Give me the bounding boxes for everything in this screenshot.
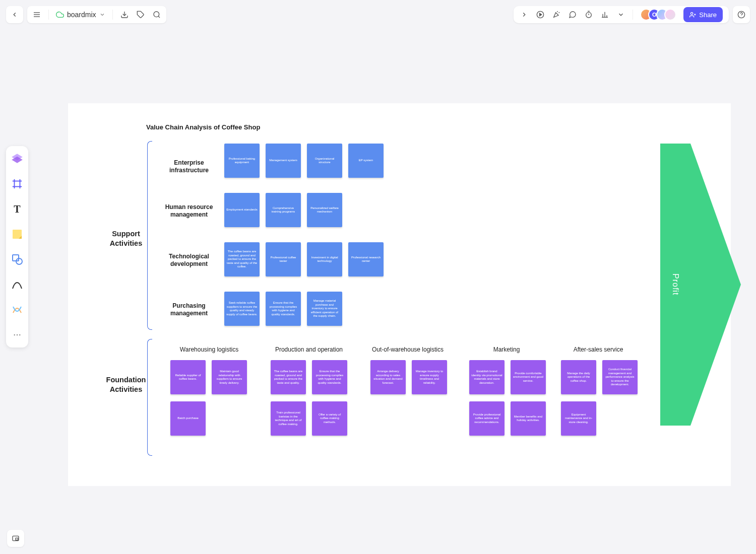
foundation-card[interactable]: Batch purchase [170,401,206,436]
more-tools-icon[interactable] [10,327,25,342]
support-card[interactable]: Management system [266,144,301,178]
top-left-toolbar: boardmix [27,6,166,23]
separator [633,10,633,20]
document-title: boardmix [67,11,96,19]
foundation-col-head: Out-of-warehouse logistics [367,346,448,353]
foundation-card[interactable]: Provide professional coffee advice and r… [469,401,505,436]
support-card[interactable]: Investment in digital technology [307,242,342,276]
bracket-support [147,141,152,330]
foundation-col-head: After-sales service [558,346,639,353]
foundation-col-head: Marketing [466,346,547,353]
search-icon[interactable] [152,10,161,19]
tag-icon[interactable] [136,10,145,19]
top-right-toolbar: O Share [514,6,729,23]
support-card[interactable]: Comprehensive training programs [266,193,301,227]
svg-line-10 [559,12,559,13]
foundation-card[interactable]: Train professional baristas in the techn… [271,401,306,436]
support-card[interactable]: EP system [348,144,384,178]
pen-tool-icon[interactable] [10,277,25,292]
menu-icon[interactable] [32,10,41,19]
text-tool-icon[interactable]: T [10,201,25,217]
user-plus-icon [689,12,696,18]
share-label: Share [699,11,717,19]
diagram-title: Value Chain Analysis of Coffee Shop [146,123,260,131]
collaborator-avatars[interactable]: O [640,9,676,21]
support-card[interactable]: Ensure that the processing complies with… [266,292,301,326]
help-button[interactable] [733,6,750,23]
section-label-foundation: FoundationActivities [98,375,154,394]
profit-label: Profit [671,273,680,295]
profit-arrow[interactable]: Profit [660,144,690,426]
svg-rect-36 [16,538,18,540]
foundation-card[interactable]: Reliable supplier of coffee beans. [170,360,206,394]
support-card[interactable]: Personalized welfare mechanism [307,193,342,227]
row-label: Technological development [159,243,219,278]
foundation-card[interactable]: Conduct financial management and perform… [602,360,638,394]
chart-icon[interactable] [600,10,609,19]
svg-line-9 [557,11,558,12]
comment-icon[interactable] [568,10,577,19]
frame-tool-icon[interactable] [10,176,25,191]
download-icon[interactable] [120,10,129,19]
svg-point-5 [154,12,159,17]
foundation-col-head: Production and operation [269,346,349,353]
chevron-right-icon[interactable] [520,10,529,19]
shape-tool-icon[interactable] [10,252,25,267]
svg-line-6 [158,16,160,18]
document-title-dropdown[interactable]: boardmix [56,11,105,19]
support-card[interactable]: Professional baking equipment [224,144,260,178]
support-card[interactable]: Organizational structure [307,144,342,178]
play-icon[interactable] [536,10,545,19]
back-button[interactable] [6,6,23,23]
svg-point-34 [19,334,20,335]
foundation-card[interactable]: Member benefits and holiday activities. [511,401,546,436]
sticky-note-tool-icon[interactable] [10,227,25,242]
confetti-icon[interactable] [552,10,561,19]
row-label: Enterprise infrastructure [159,150,219,184]
svg-point-11 [586,12,592,18]
timer-icon[interactable] [584,10,593,19]
row-label: Human resource management [159,194,219,228]
support-card[interactable]: Professional coffee taster [266,242,301,276]
support-card[interactable]: The coffee beans are roasted, ground and… [224,242,260,276]
foundation-card[interactable]: Arrange delivery according to sales situ… [370,360,406,394]
svg-point-18 [691,12,693,14]
separator [48,10,49,20]
avatar[interactable] [664,9,676,21]
svg-point-33 [17,334,18,335]
foundation-card[interactable]: Manage the daily operations of the coffe… [561,360,596,394]
chevron-down-icon [99,12,105,18]
bracket-foundation [147,339,152,456]
row-label: Purchasing management [159,293,219,327]
template-tool-icon[interactable] [10,151,25,166]
connector-tool-icon[interactable] [10,302,25,317]
foundation-card[interactable]: Offer a variety of coffee-making methods… [312,401,347,436]
minimap-button[interactable] [7,530,24,547]
foundation-card[interactable]: Establish brand identity via promotional… [469,360,505,394]
foundation-card[interactable]: Maintain good relationship with supplier… [212,360,247,394]
section-label-support: SupportActivities [106,229,146,248]
foundation-card[interactable]: Equipment maintenance and in-store clean… [561,401,596,436]
cloud-icon [56,11,64,19]
support-card[interactable]: Employment standards [224,193,260,227]
svg-marker-8 [540,13,542,16]
canvas[interactable]: Value Chain Analysis of Coffee Shop Supp… [68,103,731,486]
foundation-card[interactable]: Ensure that the processing complies with… [312,360,347,394]
foundation-card[interactable]: Provide comfortable environment and good… [511,360,546,394]
support-card[interactable]: Manage material purchase and inventory t… [307,292,342,326]
support-card[interactable]: Seek reliable coffee suppliers to ensure… [224,292,260,326]
foundation-col-head: Warehousing logistics [169,346,249,353]
tool-palette: T [6,146,28,348]
separator [112,10,113,20]
foundation-card[interactable]: The coffee beans are roasted, ground and… [271,360,306,394]
share-button[interactable]: Share [683,7,723,22]
foundation-card[interactable]: Manage inventory to ensure supply timeli… [412,360,447,394]
svg-rect-30 [13,255,19,261]
svg-point-32 [14,334,15,335]
more-chevron-icon[interactable] [616,10,625,19]
support-card[interactable]: Professional research center [348,242,384,276]
